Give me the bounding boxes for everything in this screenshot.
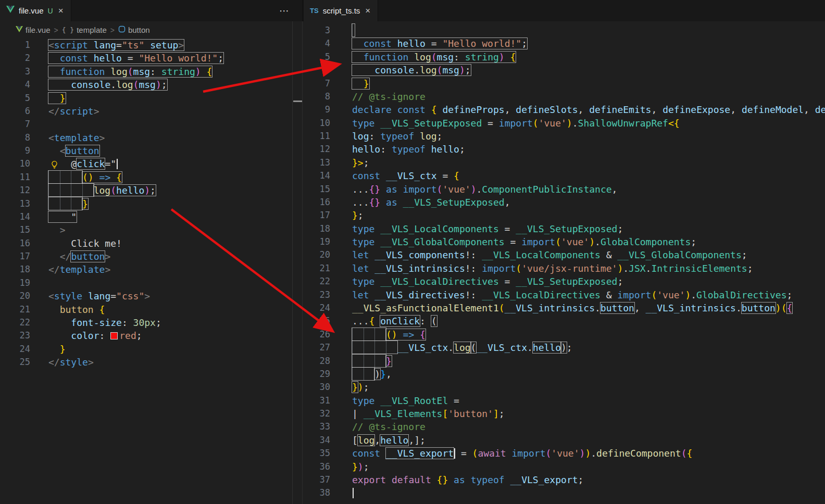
line-number: 24 xyxy=(303,301,330,314)
tab-script-ts[interactable]: TS script_ts.ts × xyxy=(304,0,378,21)
code-line[interactable]: 1<script lang="ts" setup> xyxy=(0,39,302,52)
code-line[interactable]: 22 font-size: 30px; xyxy=(0,316,302,329)
code-line[interactable]: 22type __VLS_LocalDirectives = __VLS_Set… xyxy=(303,275,825,288)
code-line[interactable]: 25</style> xyxy=(0,356,302,369)
code-line[interactable]: 6</script> xyxy=(0,105,302,118)
code-line[interactable]: 7 } xyxy=(303,77,825,90)
line-number: 25 xyxy=(0,356,30,369)
code-line[interactable]: 17}; xyxy=(303,209,825,222)
line-number: 12 xyxy=(303,143,330,156)
code-line[interactable]: 38 xyxy=(303,486,825,499)
mapping-box: button xyxy=(71,251,105,262)
code-line[interactable]: 25...{ onClick: ( xyxy=(303,314,825,327)
line-number: 14 xyxy=(303,169,330,182)
mapping-box: ) xyxy=(561,342,567,353)
code-line[interactable]: 24 } xyxy=(0,343,302,356)
breadcrumb-item-button[interactable]: button xyxy=(118,26,150,34)
code-line[interactable]: 16...{} as __VLS_SetupExposed, xyxy=(303,196,825,209)
close-icon[interactable]: × xyxy=(57,6,65,16)
code-line[interactable]: 19 xyxy=(0,276,302,289)
line-number: 20 xyxy=(303,248,330,261)
vue-logo-icon xyxy=(16,26,23,34)
code-line[interactable]: 9 <button xyxy=(0,144,302,157)
code-line[interactable]: 3 xyxy=(303,24,825,37)
code-line[interactable]: 35const __VLS_export = (await import('vu… xyxy=(303,447,825,460)
code-line[interactable]: 18type __VLS_LocalComponents = __VLS_Set… xyxy=(303,222,825,235)
left-editor-pane: file.vue > { } template > button 1<scrip… xyxy=(0,21,302,504)
mapping-box: } xyxy=(48,93,66,104)
code-line[interactable]: 14const __VLS_ctx = { xyxy=(303,169,825,182)
line-number: 21 xyxy=(303,262,330,275)
mapping-box: } xyxy=(352,78,369,89)
code-line[interactable]: 8<template> xyxy=(0,131,302,144)
code-line[interactable]: 15 > xyxy=(0,223,302,236)
more-actions-icon[interactable]: ⋯ xyxy=(275,0,294,21)
tab-file-vue[interactable]: file.vue U × xyxy=(0,0,71,21)
code-line[interactable]: 11log: typeof log; xyxy=(303,130,825,143)
mapping-box: function log(msg: string) { xyxy=(48,66,212,77)
line-number: 6 xyxy=(0,105,30,118)
css-color-swatch[interactable] xyxy=(110,332,118,339)
code-line[interactable]: 2 const hello = "Hello world!"; xyxy=(0,52,302,65)
code-line[interactable]: 13}>; xyxy=(303,156,825,169)
line-number: 13 xyxy=(303,156,330,169)
code-line[interactable]: 19type __VLS_GlobalComponents = import('… xyxy=(303,235,825,248)
code-line[interactable]: 28} xyxy=(303,355,825,368)
code-line[interactable]: 34[log,hello,]; xyxy=(303,434,825,447)
code-line[interactable]: 10 @click=" xyxy=(0,157,302,170)
code-line[interactable]: 12hello: typeof hello; xyxy=(303,143,825,156)
tab-title: script_ts.ts xyxy=(323,6,360,15)
overview-ruler[interactable] xyxy=(292,21,302,504)
code-line[interactable]: 27__VLS_ctx.log(__VLS_ctx.hello); xyxy=(303,341,825,354)
code-line[interactable]: 29)}, xyxy=(303,368,825,381)
code-line[interactable]: 12log(hello); xyxy=(0,184,302,197)
code-line[interactable]: 20let __VLS_components!: __VLS_LocalComp… xyxy=(303,248,825,261)
mapping-box: } xyxy=(352,382,358,393)
line-number: 15 xyxy=(0,223,30,236)
code-line[interactable]: 32| __VLS_Elements['button']; xyxy=(303,407,825,420)
line-number: 36 xyxy=(303,460,330,473)
code-line[interactable]: 26() => { xyxy=(303,328,825,341)
code-line[interactable]: 31type __VLS_RootEl = xyxy=(303,394,825,407)
code-line[interactable]: 9declare const { defineProps, defineSlot… xyxy=(303,103,825,116)
code-line[interactable]: 6 console.log(msg); xyxy=(303,64,825,77)
code-line[interactable]: 4 console.log(msg); xyxy=(0,78,302,91)
code-line[interactable]: 15...{} as import('vue').ComponentPublic… xyxy=(303,183,825,196)
code-line[interactable]: 8// @ts-ignore xyxy=(303,90,825,103)
code-line[interactable]: 36}); xyxy=(303,460,825,473)
code-line[interactable]: 14 " xyxy=(0,210,302,223)
code-line[interactable]: 24__VLS_asFunctionalElement1(__VLS_intri… xyxy=(303,301,825,314)
code-line[interactable]: 33// @ts-ignore xyxy=(303,420,825,433)
code-line[interactable]: 13} xyxy=(0,197,302,210)
code-line[interactable]: 20<style lang="css"> xyxy=(0,289,302,303)
mapping-box: } xyxy=(386,356,392,367)
code-line[interactable]: 5 function log(msg: string) { xyxy=(303,51,825,64)
code-line[interactable]: 10type __VLS_SetupExposed = import('vue'… xyxy=(303,117,825,130)
mapping-box: log xyxy=(358,435,375,446)
code-line[interactable]: 30}); xyxy=(303,381,825,394)
code-line[interactable]: 4 const hello = "Hello world!"; xyxy=(303,37,825,50)
code-line[interactable]: 7 xyxy=(0,118,302,131)
line-number: 1 xyxy=(0,39,30,52)
code-line[interactable]: 21let __VLS_intrinsics!: import('vue/jsx… xyxy=(303,262,825,275)
mapping-box: " xyxy=(48,211,77,222)
code-line[interactable]: 3 function log(msg: string) { xyxy=(0,65,302,78)
line-number: 7 xyxy=(0,118,30,131)
line-number: 31 xyxy=(303,394,330,407)
close-icon[interactable]: × xyxy=(364,6,371,16)
code-line[interactable]: 23let __VLS_directives!: __VLS_LocalDire… xyxy=(303,288,825,301)
code-line[interactable]: 5 } xyxy=(0,92,302,105)
text-cursor xyxy=(353,488,354,498)
code-line[interactable]: 21 button { xyxy=(0,303,302,316)
code-line[interactable]: 23 color: red; xyxy=(0,329,302,342)
mapping-box: console.log(msg); xyxy=(352,65,471,75)
code-line[interactable]: 11() => { xyxy=(0,171,302,184)
code-line[interactable]: 16 Click me! xyxy=(0,237,302,250)
code-line[interactable]: 17 </button> xyxy=(0,250,302,263)
line-number: 16 xyxy=(0,237,30,250)
breadcrumb-item-file[interactable]: file.vue xyxy=(16,26,51,34)
breadcrumb-item-template[interactable]: { } template xyxy=(62,26,107,34)
code-line[interactable]: 18</template> xyxy=(0,263,302,276)
line-number: 34 xyxy=(303,434,330,447)
code-line[interactable]: 37export default {} as typeof __VLS_expo… xyxy=(303,473,825,486)
